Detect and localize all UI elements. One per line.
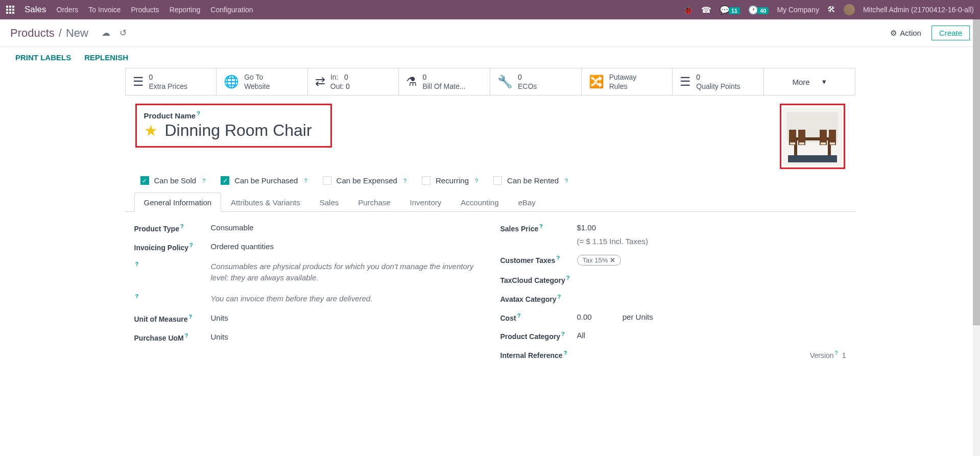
apps-icon[interactable] [6,6,14,14]
label-purchase-uom: Purchase UoM? [134,332,211,342]
tab-ebay[interactable]: eBay [509,193,545,212]
product-name-highlight: Product Name? ★ Dinning Room Chair [135,104,332,148]
debug-icon[interactable]: 🐞 [683,5,693,15]
help-icon[interactable]: ? [403,178,407,184]
wrench-icon: 🔧 [497,75,513,89]
help-icon[interactable]: ? [189,314,193,320]
field-category[interactable]: All [577,331,846,340]
stat-ecos[interactable]: 🔧 0ECOs [490,68,582,95]
checkbox-row: ✓Can be Sold? ✓Can be Purchased? Can be … [125,173,855,192]
field-uom[interactable]: Units [211,314,480,322]
nav-configuration[interactable]: Configuration [210,6,253,14]
discard-icon[interactable]: ↺ [119,28,127,38]
favorite-star-icon[interactable]: ★ [144,122,158,139]
navbar-brand[interactable]: Sales [25,5,46,15]
tab-inventory[interactable]: Inventory [400,193,451,212]
help-icon[interactable]: ? [135,261,139,267]
activities-icon[interactable]: 🕐40 [748,5,769,15]
tab-accounting[interactable]: Accounting [451,193,508,212]
activities-badge: 40 [757,7,769,14]
tab-purchase[interactable]: Purchase [348,193,400,212]
help-icon[interactable]: ? [564,350,567,356]
support-icon[interactable]: ☎ [701,5,711,15]
svg-rect-9 [790,142,795,145]
scrollbar[interactable] [973,19,980,456]
help-icon[interactable]: ? [202,178,205,184]
help-icon[interactable]: ? [197,110,200,116]
help-icon[interactable]: ? [561,331,565,337]
checkbox-can-be-sold[interactable]: ✓Can be Sold? [140,176,206,185]
create-button[interactable]: Create [931,26,970,40]
label-category: Product Category? [500,331,577,341]
field-invoicing-policy[interactable]: Ordered quantities [211,242,480,251]
help-icon[interactable]: ? [135,293,139,299]
gear-icon: ⚙ [890,29,897,38]
tools-icon[interactable]: 🛠 [827,5,835,14]
transfer-icon: ⇄ [315,75,325,89]
field-cost[interactable]: 0.00 [577,313,592,321]
action-dropdown[interactable]: ⚙ Action [890,29,921,38]
nav-orders[interactable]: Orders [57,6,79,14]
tab-attributes-variants[interactable]: Attributes & Variants [221,193,310,212]
field-sales-price[interactable]: $1.00 [577,223,846,232]
checkbox-icon [493,176,502,185]
svg-rect-13 [788,155,837,162]
checkbox-recurring[interactable]: Recurring? [422,176,478,185]
nav-products[interactable]: Products [131,6,159,14]
help-icon[interactable]: ? [189,242,193,248]
help-icon[interactable]: ? [180,223,184,229]
remove-tag-icon[interactable]: ✕ [610,256,615,264]
field-product-type[interactable]: Consumable [211,223,480,232]
tax-tag[interactable]: Tax 15% ✕ [577,255,622,266]
user-menu[interactable]: Mitchell Admin (21700412-16-0-all) [863,6,974,14]
breadcrumb-products[interactable]: Products [10,27,55,40]
checkbox-can-be-purchased[interactable]: ✓Can be Purchased? [221,176,307,185]
cloud-save-icon[interactable]: ☁ [102,28,110,38]
help-icon[interactable]: ? [566,275,570,281]
help-icon[interactable]: ? [185,332,188,339]
stat-more[interactable]: More ▾ [764,68,855,95]
help-icon[interactable]: ? [517,313,521,319]
help-icon[interactable]: ? [304,178,307,184]
label-version: Version? [810,350,838,359]
field-version: 1 [842,351,846,359]
shuffle-icon: 🔀 [589,75,604,89]
help-icon[interactable]: ? [565,178,568,184]
checkbox-can-be-rented[interactable]: Can be Rented? [493,176,568,185]
stat-quality[interactable]: ☰ 0Quality Points [673,68,764,95]
company-selector[interactable]: My Company [777,6,819,14]
replenish-button[interactable]: REPLENISH [84,53,128,62]
field-customer-taxes[interactable]: Tax 15% ✕ [577,255,846,266]
sub-actions: PRINT LABELS REPLENISH [0,47,980,68]
flask-icon: ⚗ [406,75,417,89]
messages-badge: 11 [729,7,740,14]
nav-reporting[interactable]: Reporting [170,6,201,14]
help-icon[interactable]: ? [539,223,543,229]
stat-bom[interactable]: ⚗ 0Bill Of Mate... [399,68,490,95]
field-purchase-uom[interactable]: Units [211,332,480,341]
list-icon: ☰ [133,75,144,89]
product-name-input[interactable]: Dinning Room Chair [165,121,312,140]
tab-sales[interactable]: Sales [310,193,349,212]
help-icon[interactable]: ? [556,255,560,261]
help-icon[interactable]: ? [835,350,838,356]
scrollbar-thumb[interactable] [973,19,980,325]
stat-extra-prices[interactable]: ☰ 0Extra Prices [126,68,217,95]
stat-in-out[interactable]: ⇄ In: 0 Out: 0 [308,68,399,95]
stat-website[interactable]: 🌐 Go ToWebsite [217,68,308,95]
checkbox-can-be-expensed[interactable]: Can be Expensed? [323,176,407,185]
tab-general-information[interactable]: General Information [134,193,222,212]
nav-to-invoice[interactable]: To Invoice [88,6,121,14]
label-internal-ref: Internal Reference? [500,350,577,359]
messages-icon[interactable]: 💬11 [720,5,740,15]
caret-down-icon: ▾ [822,77,826,86]
help-icon[interactable]: ? [475,178,478,184]
label-avatax: Avatax Category? [500,294,577,303]
help-icon[interactable]: ? [557,294,561,300]
product-image[interactable] [783,107,842,166]
list-icon: ☰ [680,75,691,89]
avatar[interactable] [844,4,855,15]
print-labels-button[interactable]: PRINT LABELS [15,53,71,62]
stat-putaway[interactable]: 🔀 PutawayRules [582,68,673,95]
checkbox-icon [422,176,431,185]
